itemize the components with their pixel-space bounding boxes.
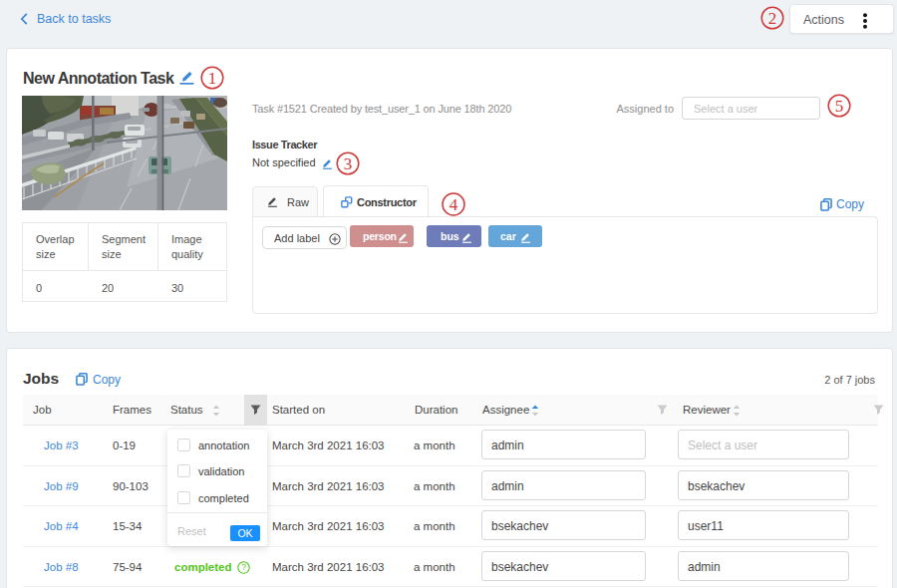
svg-text:1: 1 (208, 69, 217, 88)
svg-text:4: 4 (449, 195, 458, 214)
svg-text:5: 5 (835, 97, 844, 116)
svg-text:3: 3 (344, 154, 353, 173)
svg-text:?: ? (241, 562, 246, 572)
svg-text:2: 2 (768, 9, 777, 28)
